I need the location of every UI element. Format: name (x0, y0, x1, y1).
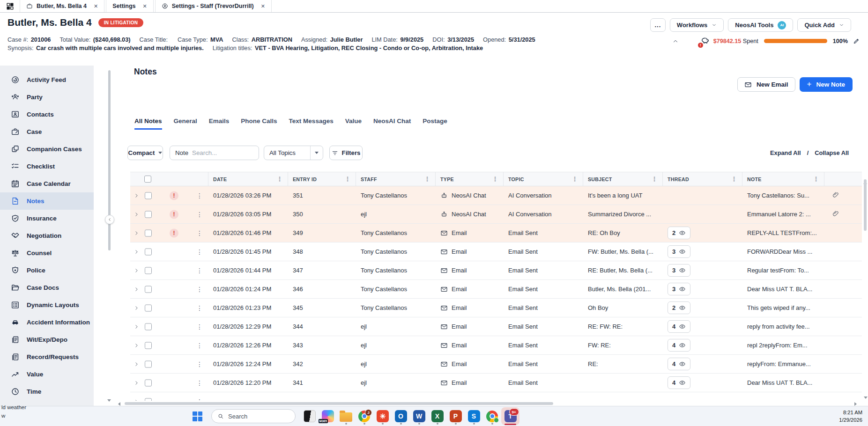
sidebar-item-insurance[interactable]: Insurance (0, 210, 94, 227)
thread-badge[interactable]: 4 (668, 320, 690, 333)
sidebar-item-police[interactable]: Police (0, 262, 94, 279)
browser-tab-settings[interactable]: Settings✕ (106, 0, 154, 12)
taskbar-excel[interactable]: X (428, 407, 446, 425)
browser-tab-settings-staff-trevordurrill[interactable]: Settings - Staff (TrevorDurrill)✕ (155, 0, 272, 12)
sidebar-item-activity-feed[interactable]: Activity Feed (0, 71, 94, 88)
row-checkbox[interactable] (145, 360, 152, 367)
note-search-input[interactable]: NoteSearch... (170, 146, 259, 160)
table-row[interactable]: ⋮01/28/2026 12:24 PM342ejlEmailEmail Sen… (130, 355, 862, 374)
table-row[interactable]: !⋮01/28/2026 01:46 PM349Tony Castellanos… (130, 224, 862, 242)
tab-text-messages[interactable]: Text Messages (289, 118, 334, 130)
column-menu-icon[interactable]: ⋮ (572, 176, 578, 183)
collapse-summary-icon[interactable] (672, 38, 679, 44)
thread-badge[interactable]: 3 (668, 283, 690, 295)
sidebar-item-negotiation[interactable]: Negotiation (0, 227, 94, 244)
view-mode-dropdown[interactable]: Compact (127, 146, 163, 160)
row-checkbox[interactable] (145, 323, 152, 330)
row-checkbox[interactable] (145, 342, 152, 349)
more-actions-button[interactable]: ... (650, 18, 666, 32)
row-expander-icon[interactable] (134, 323, 140, 330)
tab-general[interactable]: General (174, 118, 197, 130)
thread-badge[interactable]: 4 (668, 376, 690, 389)
taskbar-file-explorer[interactable] (337, 407, 355, 425)
sidebar-item-dynamic-layouts[interactable]: Dynamic Layouts (0, 296, 94, 314)
row-expander-icon[interactable] (134, 342, 140, 348)
row-expander-icon[interactable] (134, 286, 140, 292)
taskbar-photos[interactable] (373, 407, 392, 425)
row-checkbox[interactable] (145, 229, 152, 236)
new-email-button[interactable]: New Email (737, 77, 795, 92)
row-expander-icon[interactable] (134, 230, 140, 236)
sidebar-scrollbar[interactable] (108, 68, 111, 396)
tab-postage[interactable]: Postage (423, 118, 447, 130)
table-row[interactable]: ⋮01/28/2026 01:45 PM348Tony CastellanosE… (130, 242, 862, 261)
row-expander-icon[interactable] (134, 380, 140, 386)
row-menu-icon[interactable]: ⋮ (196, 192, 203, 199)
table-row[interactable]: !⋮01/28/2026 03:26 PM351Tony Castellanos… (130, 186, 862, 205)
topics-dropdown[interactable]: All Topics (264, 146, 323, 160)
table-row[interactable]: ⋮01/28/2026 12:26 PM343ejlEmailEmail Sen… (130, 336, 862, 355)
table-row[interactable]: !⋮01/28/2026 03:05 PM350ejlNeosAI ChatAI… (130, 205, 862, 224)
taskbar-search-input[interactable]: Search (211, 409, 296, 423)
taskbar-m365-copilot[interactable]: M365 (319, 407, 337, 425)
collapse-all-link[interactable]: Collapse All (815, 149, 849, 156)
select-all-checkbox[interactable] (144, 176, 151, 183)
row-checkbox[interactable] (145, 192, 152, 199)
thread-badge[interactable]: 4 (668, 358, 690, 370)
browser-tab-butler-ms-bella-4[interactable]: Butler, Ms. Bella 4✕ (20, 0, 104, 12)
sidebar-item-accident-information[interactable]: Accident Information (0, 314, 94, 331)
row-checkbox[interactable] (145, 398, 152, 401)
taskbar-skype[interactable]: S (465, 407, 483, 425)
sidebar-item-checklist[interactable]: Checklist (0, 158, 94, 175)
close-icon[interactable]: ✕ (94, 3, 98, 9)
taskbar-powerpoint[interactable]: P (446, 407, 465, 425)
row-checkbox[interactable] (145, 379, 152, 386)
thread-badge[interactable]: 2 (668, 301, 690, 314)
tab-neosai-chat[interactable]: NeosAI Chat (373, 118, 411, 130)
row-checkbox[interactable] (145, 248, 152, 255)
filters-button[interactable]: Filters (329, 146, 363, 160)
tab-value[interactable]: Value (345, 118, 362, 130)
row-expander-icon[interactable] (134, 305, 140, 311)
table-row[interactable]: ⋮01/28/2026 12:29 PM344ejlEmailEmail Sen… (130, 317, 862, 336)
app-logo-icon[interactable] (0, 0, 20, 12)
row-checkbox[interactable] (145, 211, 152, 218)
table-row[interactable]: ⋮01/28/2026 12:20 PM341ejlEmailEmail Sen… (130, 374, 862, 392)
tab-phone-calls[interactable]: Phone Calls (241, 118, 277, 130)
sidebar-item-wit-exp-depo[interactable]: Wit/Exp/Depo (0, 331, 94, 348)
taskbar-teams[interactable]: T9+ (501, 407, 519, 425)
workflows-button[interactable]: Workflows (670, 18, 724, 32)
row-checkbox[interactable] (145, 304, 152, 311)
row-menu-icon[interactable]: ⋮ (196, 267, 203, 274)
quick-add-button[interactable]: Quick Add (797, 18, 851, 32)
row-expander-icon[interactable] (134, 267, 140, 273)
row-expander-icon[interactable] (134, 249, 140, 255)
table-vertical-scrollbar[interactable] (863, 174, 868, 399)
row-expander-icon[interactable] (134, 398, 140, 401)
row-menu-icon[interactable]: ⋮ (196, 248, 203, 256)
row-menu-icon[interactable]: ⋮ (196, 304, 203, 312)
tab-all-notes[interactable]: All Notes (134, 118, 162, 130)
taskbar-chrome-profile[interactable]: J (355, 407, 373, 425)
thread-badge[interactable]: 3 (668, 245, 690, 258)
column-menu-icon[interactable]: ⋮ (813, 176, 819, 183)
new-note-button[interactable]: +New Note (800, 77, 853, 92)
table-row[interactable]: ⋮01/28/2026 01:44 PM347Tony CastellanosE… (130, 261, 862, 280)
close-icon[interactable]: ✕ (261, 3, 265, 9)
row-menu-icon[interactable]: ⋮ (196, 286, 203, 293)
sidebar-item-value[interactable]: Value (0, 366, 94, 383)
row-menu-icon[interactable]: ⋮ (196, 342, 203, 349)
sidebar-item-record-requests[interactable]: Record/Requests (0, 348, 94, 366)
row-expander-icon[interactable] (134, 192, 140, 198)
row-menu-icon[interactable]: ⋮ (196, 323, 203, 331)
sidebar-item-notes[interactable]: Notes (0, 192, 94, 210)
table-row-partial[interactable]: ⋮ (130, 392, 862, 401)
table-horizontal-scrollbar[interactable] (118, 402, 857, 406)
sidebar-item-companion-cases[interactable]: Companion Cases (0, 140, 94, 158)
row-menu-icon[interactable]: ⋮ (196, 360, 203, 368)
tab-emails[interactable]: Emails (209, 118, 230, 130)
neosai-tools-button[interactable]: NeosAI ToolsAI (728, 18, 793, 32)
paperclip-icon[interactable] (832, 191, 839, 200)
sidebar-item-time[interactable]: Time (0, 383, 94, 400)
column-menu-icon[interactable]: ⋮ (652, 176, 658, 183)
